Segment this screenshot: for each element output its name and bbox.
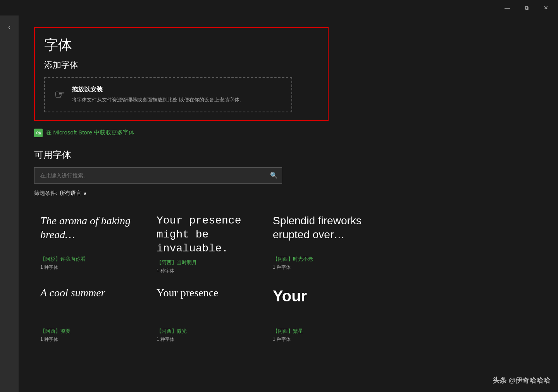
- filter-value: 所有语言: [60, 190, 81, 197]
- drag-drop-title: 拖放以安装: [72, 86, 245, 94]
- add-font-section: 字体 添加字体 ☞ 拖放以安装 将字体文件从文件资源管理器或桌面拖放到此处 以便…: [34, 27, 329, 121]
- font-name: 【阿西】微光: [157, 328, 260, 335]
- filter-label: 筛选条件:: [34, 190, 57, 197]
- font-card[interactable]: Splendid fireworks erupted over… 【阿西】时光不…: [267, 208, 383, 280]
- font-preview: A cool summer: [40, 286, 144, 325]
- font-preview: Your presence might be invaluable.: [157, 214, 260, 256]
- font-name: 【阿西】凉夏: [40, 328, 144, 335]
- search-input[interactable]: [34, 168, 266, 182]
- font-count: 1 种字体: [157, 268, 260, 274]
- font-preview: The aroma of baking bread…: [40, 214, 144, 253]
- font-card[interactable]: A cool summer 【阿西】凉夏 1 种字体: [34, 280, 150, 348]
- font-count: 1 种字体: [157, 336, 260, 343]
- search-button[interactable]: 🔍: [266, 168, 282, 183]
- watermark: 头条 @伊奇哈哈哈: [493, 376, 550, 385]
- font-card[interactable]: Your presence 【阿西】微光 1 种字体: [150, 280, 267, 348]
- titlebar: — ⧉ ✕: [0, 0, 558, 15]
- main-content: 字体 添加字体 ☞ 拖放以安装 将字体文件从文件资源管理器或桌面拖放到此处 以便…: [19, 15, 558, 392]
- restore-button[interactable]: ⧉: [518, 2, 536, 14]
- filter-dropdown[interactable]: 所有语言 ∨: [60, 190, 87, 197]
- font-count: 1 种字体: [273, 264, 377, 271]
- font-card[interactable]: The aroma of baking bread… 【阿杉】许我向你看 1 种…: [34, 208, 150, 280]
- font-card[interactable]: Your presence might be invaluable. 【阿西】当…: [150, 208, 267, 280]
- font-name: 【阿杉】许我向你看: [40, 256, 144, 263]
- font-preview: Your: [273, 286, 377, 325]
- available-fonts-title: 可用字体: [34, 149, 542, 161]
- font-grid: The aroma of baking bread… 【阿杉】许我向你看 1 种…: [34, 208, 383, 348]
- font-preview: Splendid fireworks erupted over…: [273, 214, 377, 253]
- drag-drop-text: 拖放以安装 将字体文件从文件资源管理器或桌面拖放到此处 以便在你的设备上安装字体…: [72, 86, 245, 104]
- add-font-title: 添加字体: [44, 59, 319, 71]
- search-bar: 🔍: [34, 167, 282, 184]
- drag-drop-area[interactable]: ☞ 拖放以安装 将字体文件从文件资源管理器或桌面拖放到此处 以便在你的设备上安装…: [44, 77, 292, 112]
- font-name: 【阿西】时光不老: [273, 256, 377, 263]
- filter-row: 筛选条件: 所有语言 ∨: [34, 190, 542, 197]
- page-title: 字体: [44, 36, 319, 55]
- drag-drop-desc: 将字体文件从文件资源管理器或桌面拖放到此处 以便在你的设备上安装字体。: [72, 96, 245, 104]
- close-button[interactable]: ✕: [537, 2, 555, 14]
- font-card[interactable]: Your 【阿西】繁星 1 种字体: [267, 280, 383, 348]
- sidebar: ‹: [0, 15, 19, 392]
- font-count: 1 种字体: [273, 336, 377, 343]
- back-button[interactable]: ‹: [2, 19, 17, 35]
- font-count: 1 种字体: [40, 336, 144, 343]
- font-name: 【阿西】当时明月: [157, 259, 260, 266]
- font-name: 【阿西】繁星: [273, 328, 377, 335]
- drag-icon: ☞: [54, 87, 65, 102]
- font-preview: Your presence: [157, 286, 260, 325]
- minimize-button[interactable]: —: [498, 2, 516, 14]
- font-count: 1 种字体: [40, 264, 144, 271]
- chevron-down-icon: ∨: [83, 190, 87, 196]
- store-link[interactable]: 在 Microsoft Store 中获取更多字体: [46, 129, 134, 136]
- store-link-row: 🛍 在 Microsoft Store 中获取更多字体: [34, 129, 542, 137]
- store-icon: 🛍: [34, 129, 43, 137]
